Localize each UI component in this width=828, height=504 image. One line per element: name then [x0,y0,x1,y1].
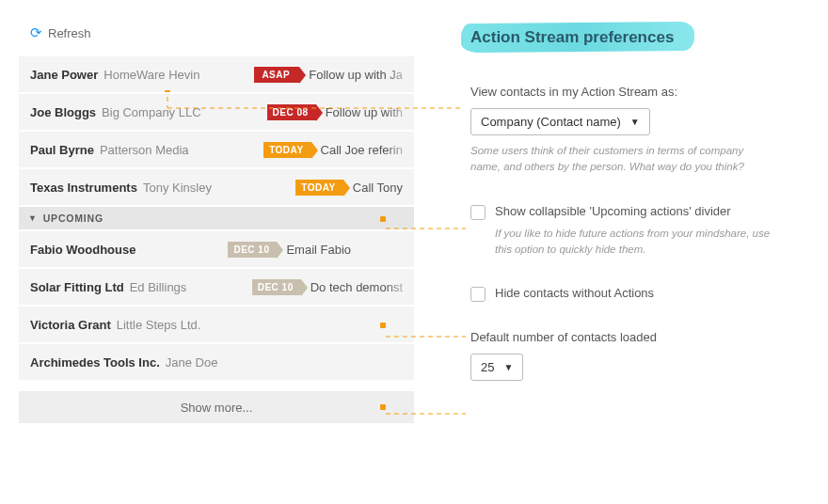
date-badge: TODAY [295,180,342,196]
refresh-label: Refresh [48,26,91,40]
list-item[interactable]: Joe Bloggs Big Company LLC DEC 08 Follow… [19,94,414,132]
date-badge: DEC 10 [228,242,277,258]
show-more-button[interactable]: Show more... [19,391,414,423]
select-value: Company (Contact name) [481,115,621,129]
chevron-down-icon: ▼ [28,213,38,223]
view-as-select[interactable]: Company (Contact name) ▼ [470,108,650,135]
date-badge: ASAP [254,67,299,83]
action-text: Do tech demonst [310,280,403,294]
contact-name: Joe Bloggs [30,105,96,119]
refresh-icon: ⟳ [30,24,42,41]
contact-company: Tony Kinsley [143,181,212,195]
contact-company: Little Steps Ltd. [117,318,201,332]
list-item[interactable]: Fabio Woodhouse DEC 10 Email Fabio [19,231,414,269]
pref-upcoming-divider: Show collapsible 'Upcoming actions' divi… [470,204,800,259]
list-item[interactable]: Jane Power HomeWare Hevin ASAP Follow up… [19,56,414,94]
show-more-label: Show more... [181,401,253,415]
action-text: Follow up with [326,105,403,119]
pref-default-count: Default number of contacts loaded 25 ▼ [470,330,800,381]
date-badge: DEC 10 [252,279,301,295]
contact-name: Paul Byrne [30,143,94,157]
list-item[interactable]: Victoria Grant Little Steps Ltd. [19,307,414,344]
pref-label: View contacts in my Action Stream as: [470,85,800,99]
contact-company: Ed Billings [130,280,187,294]
pref-help: Some users think of their customers in t… [470,143,753,176]
list-item[interactable]: Archimedes Tools Inc. Jane Doe [19,344,414,382]
contact-company: Big Company LLC [102,105,201,119]
contact-name: Solar Fitting Ltd [30,280,124,294]
contact-name: Jane Power [30,68,98,82]
action-text: Email Fabio [286,243,351,257]
action-text: Call Joe referin [321,143,403,157]
upcoming-divider-checkbox[interactable] [470,205,486,220]
date-badge: DEC 08 [267,104,316,120]
chevron-down-icon: ▼ [503,362,513,372]
list-item[interactable]: Texas Instruments Tony Kinsley TODAY Cal… [19,169,414,207]
pref-label: Default number of contacts loaded [470,330,800,344]
contact-company: Jane Doe [166,355,218,370]
contact-name: Texas Instruments [30,181,137,195]
action-text: Follow up with Ja [309,68,403,82]
upcoming-divider[interactable]: ▼ UPCOMING [19,207,414,231]
chevron-down-icon: ▼ [630,117,640,127]
pref-view-as: View contacts in my Action Stream as: Co… [470,85,800,176]
callout-marker [380,216,386,222]
contact-company: HomeWare Hevin [104,68,199,82]
checkbox-label: Hide contacts without Actions [495,286,654,300]
pref-hide-no-actions: Hide contacts without Actions [470,286,800,302]
select-value: 25 [481,360,494,374]
checkbox-label: Show collapsible 'Upcoming actions' divi… [495,204,777,218]
callout-marker [380,404,386,410]
callout-marker [380,323,386,328]
contact-name: Fabio Woodhouse [30,243,135,257]
contact-name: Archimedes Tools Inc. [30,355,160,370]
pref-help: If you like to hide future actions from … [495,226,777,259]
action-text: Call Tony [353,181,403,195]
default-count-select[interactable]: 25 ▼ [470,354,523,381]
contact-company: Patterson Media [100,143,189,157]
refresh-button[interactable]: ⟳ Refresh [19,19,103,56]
list-item[interactable]: Paul Byrne Patterson Media TODAY Call Jo… [19,132,414,169]
list-item[interactable]: Solar Fitting Ltd Ed Billings DEC 10 Do … [19,269,414,307]
hide-no-actions-checkbox[interactable] [470,287,486,302]
contact-name: Victoria Grant [30,318,111,332]
section-label: UPCOMING [43,213,104,224]
date-badge: TODAY [263,142,310,158]
preferences-title: Action Stream preferences [470,28,674,47]
action-stream-list: Jane Power HomeWare Hevin ASAP Follow up… [19,56,414,423]
